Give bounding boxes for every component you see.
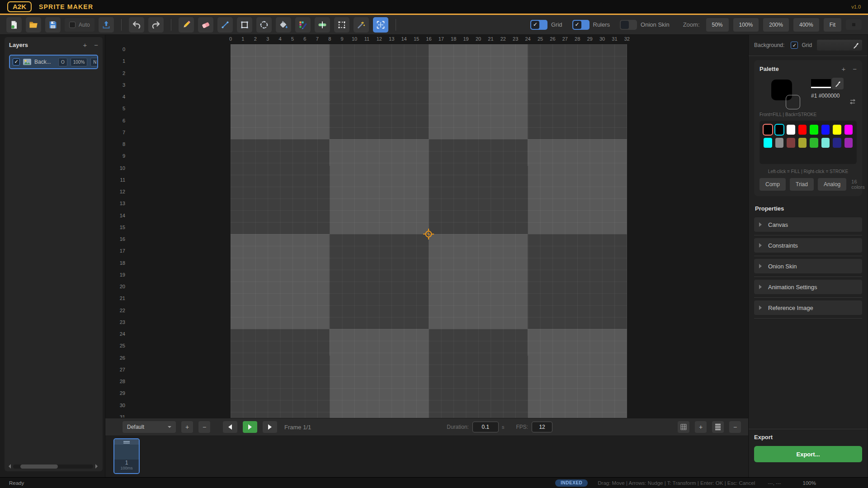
- fps-group: FPS:: [516, 422, 552, 432]
- layer-blend-mode[interactable]: N: [90, 58, 98, 66]
- property-label: Onion Skin: [768, 263, 797, 270]
- current-color-preview[interactable]: [811, 79, 831, 88]
- redo-button[interactable]: [148, 17, 164, 33]
- harmony-analog-button[interactable]: Analog: [818, 178, 846, 191]
- zoom-button-fit[interactable]: Fit: [824, 18, 841, 32]
- checkbox[interactable]: [530, 20, 547, 30]
- add-layer-button[interactable]: +: [83, 42, 87, 48]
- previous-frame-button[interactable]: [223, 421, 237, 433]
- layer-opacity-toggle[interactable]: O: [58, 58, 67, 66]
- layer-row-background[interactable]: Back... O 100% N: [9, 55, 98, 69]
- layer-opacity-value[interactable]: 100%: [71, 58, 88, 66]
- palette-swatch-1[interactable]: [764, 125, 772, 135]
- mirror-tool-button[interactable]: [315, 17, 330, 33]
- remove-frame-button[interactable]: −: [198, 421, 210, 433]
- layer-visibility-checkbox[interactable]: [13, 58, 20, 66]
- palette-row-1: [764, 125, 853, 135]
- pencil-tool-button[interactable]: [179, 17, 194, 33]
- palette-swatch-5[interactable]: [810, 125, 818, 135]
- zoom-button-200-[interactable]: 200%: [763, 18, 789, 32]
- scrollbar-track[interactable]: [13, 465, 93, 469]
- palette-swatch-2[interactable]: [775, 125, 784, 135]
- palette-swatch-16[interactable]: [844, 138, 853, 148]
- remove-color-button[interactable]: −: [853, 66, 857, 72]
- grid-view-button[interactable]: [678, 421, 689, 433]
- duration-input[interactable]: [472, 422, 499, 432]
- export-button[interactable]: Export...: [754, 446, 862, 462]
- frame-number: 1: [114, 460, 139, 466]
- fill-tool-button[interactable]: [276, 17, 291, 33]
- toggle-grid[interactable]: Grid: [530, 20, 562, 30]
- zoom-button-400-[interactable]: 400%: [793, 18, 819, 32]
- undo-button[interactable]: [129, 17, 144, 33]
- checkbox[interactable]: [620, 20, 637, 30]
- autosave-checkbox[interactable]: [69, 22, 75, 28]
- palette-swatch-6[interactable]: [821, 125, 830, 135]
- export-image-button[interactable]: [99, 17, 114, 33]
- add-frame-button[interactable]: +: [181, 421, 193, 433]
- property-section-canvas[interactable]: Canvas: [754, 217, 862, 232]
- toggle-onion-skin[interactable]: Onion Skin: [620, 20, 670, 30]
- background-color-swatch[interactable]: [817, 40, 862, 51]
- palette-swatch-14[interactable]: [821, 138, 830, 148]
- remove-row-button[interactable]: −: [729, 421, 741, 433]
- palette-swatch-13[interactable]: [810, 138, 818, 148]
- eyedropper-button[interactable]: [832, 78, 844, 89]
- play-button[interactable]: [243, 421, 257, 433]
- palette-swatch-3[interactable]: [787, 125, 795, 135]
- property-section-animation-settings[interactable]: Animation Settings: [754, 280, 862, 294]
- move-tool-button[interactable]: [373, 17, 388, 33]
- add-row-button[interactable]: +: [695, 421, 707, 433]
- open-file-button[interactable]: [26, 17, 41, 33]
- new-file-button[interactable]: [6, 17, 22, 33]
- property-label: Reference Image: [768, 305, 813, 311]
- layers-scrollbar[interactable]: [7, 464, 100, 469]
- magic-wand-tool-button[interactable]: [354, 17, 369, 33]
- ellipse-tool-button[interactable]: [256, 17, 272, 33]
- next-frame-button[interactable]: [263, 421, 277, 433]
- palette-swatch-9[interactable]: [764, 138, 772, 148]
- harmony-comp-button[interactable]: Comp: [760, 178, 786, 191]
- pixel-grid-button[interactable]: [846, 19, 862, 30]
- frame-thumbnail-1[interactable]: 1100ms: [113, 438, 140, 474]
- palette-swatch-10[interactable]: [775, 138, 784, 148]
- toggle-rulers[interactable]: Rulers: [572, 20, 610, 30]
- canvas-board[interactable]: [231, 44, 627, 418]
- palette-swatch-15[interactable]: [833, 138, 841, 148]
- back-color-swatch[interactable]: [786, 95, 800, 109]
- fps-input[interactable]: [532, 422, 552, 432]
- color-picker-tool-button[interactable]: [295, 17, 311, 33]
- eraser-tool-button[interactable]: [198, 17, 213, 33]
- ruler-top-tick-5: 5: [291, 36, 294, 42]
- scroll-left-icon[interactable]: [6, 464, 11, 469]
- scroll-right-icon[interactable]: [95, 464, 100, 469]
- checkbox[interactable]: [572, 20, 590, 30]
- drag-handle-icon[interactable]: [114, 439, 139, 445]
- save-button[interactable]: [45, 17, 61, 33]
- palette-swatch-11[interactable]: [787, 138, 795, 148]
- zoom-button-50-[interactable]: 50%: [706, 18, 729, 32]
- rectangle-tool-button[interactable]: [237, 17, 252, 33]
- line-tool-button[interactable]: [217, 17, 233, 33]
- property-section-constraints[interactable]: Constraints: [754, 238, 862, 253]
- animation-select[interactable]: Default: [123, 421, 176, 433]
- swap-colors-button[interactable]: [849, 89, 857, 115]
- palette-swatch-4[interactable]: [798, 125, 807, 135]
- palette-swatch-8[interactable]: [844, 125, 853, 135]
- property-section-onion-skin[interactable]: Onion Skin: [754, 259, 862, 273]
- background-grid-checkbox[interactable]: [791, 42, 798, 49]
- zoom-button-100-[interactable]: 100%: [733, 18, 759, 32]
- canvas-viewport[interactable]: [105, 44, 748, 418]
- ruler-top-tick-17: 17: [439, 36, 444, 42]
- palette-swatch-12[interactable]: [798, 138, 807, 148]
- scrollbar-thumb[interactable]: [20, 465, 58, 469]
- harmony-triad-button[interactable]: Triad: [790, 178, 814, 191]
- add-color-button[interactable]: +: [841, 66, 845, 72]
- remove-layer-button[interactable]: −: [94, 42, 98, 48]
- palette-swatch-7[interactable]: [833, 125, 841, 135]
- autosave-toggle[interactable]: Auto: [65, 18, 94, 32]
- select-tool-button[interactable]: [334, 17, 349, 33]
- property-section-reference-image[interactable]: Reference Image: [754, 300, 862, 315]
- list-view-button[interactable]: [712, 421, 724, 433]
- toolbar-separator: [396, 19, 396, 31]
